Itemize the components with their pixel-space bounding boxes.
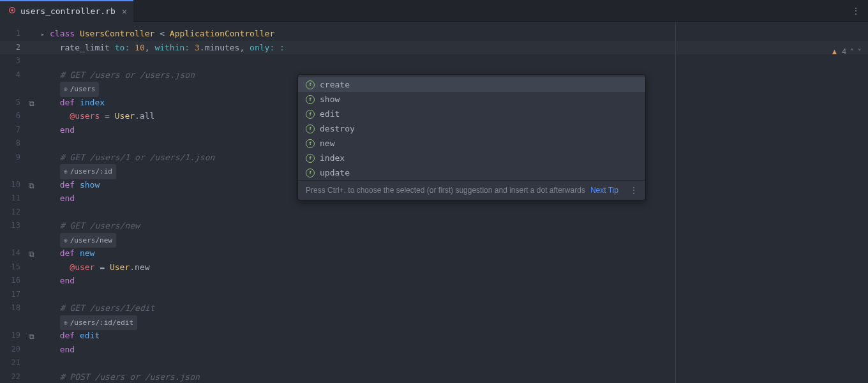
gutter-line: 3 [0,54,38,68]
gutter-line: 14⧉ [0,246,38,260]
gutter-line: 17 [0,288,38,302]
autocomplete-item[interactable]: fshow [298,92,645,107]
route-badge[interactable]: ⊕/users/:id/edit [60,315,137,331]
gutter-line: 6 [0,109,38,123]
globe-icon: ⊕ [64,316,68,330]
gutter-line: 19⧉ [0,329,38,343]
method-icon: f [306,80,315,89]
method-icon: f [306,169,315,177]
editor-area: 12345⧉678910⧉11121314⧉1516171819⧉202122 … [0,22,868,383]
autocomplete-popup: fcreatefshowfeditfdestroyfnewfindexfupda… [297,74,646,200]
gutter-line: 15 [0,260,38,274]
autocomplete-label: new [320,139,334,148]
route-badge[interactable]: ⊕/users/:id [60,164,116,179]
svg-point-1 [11,9,13,11]
code-line[interactable]: def edit [38,329,868,343]
usage-icon[interactable]: ⧉ [29,248,34,262]
editor-tab[interactable]: users_controller.rb × [0,0,133,22]
code-line[interactable]: def new [38,246,868,260]
route-badge[interactable]: ⊕/users/new [60,233,116,248]
autocomplete-menu-icon[interactable]: ⋮ [630,186,638,195]
route-badge[interactable]: ⊕/users [60,82,100,97]
autocomplete-item[interactable]: fedit [298,107,645,121]
code-area[interactable]: ▸class UsersController < ApplicationCont… [38,22,868,383]
autocomplete-label: show [320,94,340,104]
warning-icon: ▲ [830,47,838,56]
autocomplete-label: destroy [320,124,355,133]
gutter-line [0,164,38,178]
gutter-line: 5⧉ [0,96,38,110]
autocomplete-label: index [320,153,345,163]
code-line[interactable]: ⊕/users/new [38,233,868,247]
code-line[interactable]: # POST /users or /users.json [38,370,868,384]
gutter-line: 11 [0,192,38,206]
gutter-line: 12 [0,206,38,220]
method-icon: f [306,110,315,119]
usage-icon[interactable]: ⧉ [29,97,34,111]
tab-filename: users_controller.rb [20,6,116,16]
gutter-line: 4 [0,68,38,82]
method-icon: f [306,95,315,104]
gutter-line: 8 [0,137,38,151]
gutter-line [0,315,38,329]
gutter-line: 7 [0,123,38,137]
right-margin-line [675,22,676,383]
code-line[interactable] [38,288,868,302]
code-line[interactable]: ▸class UsersController < ApplicationCont… [38,27,868,41]
gutter-line: 9 [0,151,38,165]
method-icon: f [306,124,315,133]
code-line[interactable] [38,356,868,370]
gutter-line: 21 [0,356,38,370]
code-line[interactable]: # GET /users/new [38,219,868,233]
globe-icon: ⊕ [64,234,68,248]
method-icon: f [306,154,315,163]
usage-icon[interactable]: ⧉ [29,179,34,193]
chevron-down-icon[interactable]: ˅ [858,48,862,56]
gutter-line [0,233,38,247]
gutter-line: 22 [0,370,38,384]
autocomplete-label: create [320,80,350,89]
code-line[interactable]: rate_limit to: 10, within: 3.minutes, on… [38,41,868,55]
inspection-indicator: ▲ 4 ˄ ˅ [830,47,862,56]
next-tip-link[interactable]: Next Tip [590,186,618,195]
autocomplete-item[interactable]: findex [298,151,645,165]
code-line[interactable]: ⊕/users/:id/edit [38,315,868,329]
autocomplete-item[interactable]: fdestroy [298,121,645,136]
tab-bar-menu-icon[interactable]: ⋮ [844,6,868,16]
folder-icon[interactable]: ▸ [41,27,50,41]
autocomplete-label: edit [320,109,340,119]
gutter: 12345⧉678910⧉11121314⧉1516171819⧉202122 [0,22,38,383]
autocomplete-hint: Press Ctrl+. to choose the selected (or … [306,186,585,195]
gutter-line: 18 [0,301,38,315]
warning-count: 4 [842,47,846,56]
gutter-line: 20 [0,343,38,357]
code-line[interactable] [38,206,868,220]
method-icon: f [306,139,315,148]
globe-icon: ⊕ [64,165,68,179]
code-line[interactable]: # GET /users/1/edit [38,301,868,315]
tab-bar: users_controller.rb × ⋮ [0,0,868,22]
gutter-line: 16 [0,274,38,288]
ruby-file-icon [8,6,17,17]
autocomplete-label: update [320,168,350,177]
gutter-line: 10⧉ [0,178,38,192]
autocomplete-item[interactable]: fcreate [298,77,645,92]
autocomplete-item[interactable]: fupdate [298,165,645,180]
code-line[interactable]: end [38,274,868,288]
gutter-line: 1 [0,27,38,41]
gutter-line [0,82,38,96]
gutter-line: 13 [0,219,38,233]
autocomplete-footer: Press Ctrl+. to choose the selected (or … [298,180,645,200]
code-line[interactable] [38,54,868,68]
chevron-up-icon[interactable]: ˄ [850,48,854,56]
usage-icon[interactable]: ⧉ [29,330,34,344]
code-line[interactable]: end [38,343,868,357]
code-line[interactable]: @user = User.new [38,260,868,274]
close-icon[interactable]: × [122,6,127,17]
autocomplete-item[interactable]: fnew [298,136,645,151]
gutter-line: 2 [0,41,38,55]
globe-icon: ⊕ [64,82,68,96]
